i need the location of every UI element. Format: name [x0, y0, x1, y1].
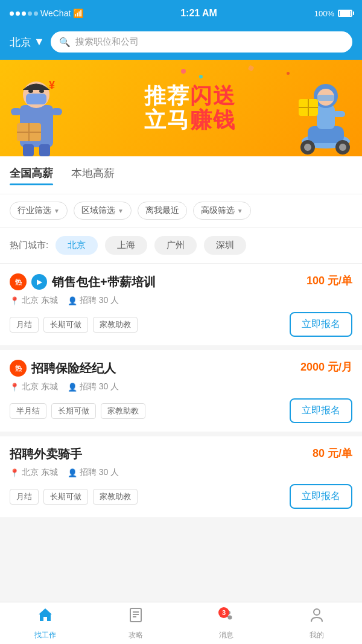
filter-region-arrow: ▼	[118, 208, 124, 214]
job-header-1: 热 ▶ 销售包住+带薪培训 100 元/单	[10, 273, 352, 290]
tag-2-2: 家教助教	[101, 403, 145, 419]
bottom-spacer	[0, 522, 362, 570]
job-location-text-1: 北京 东城	[22, 295, 58, 306]
city-section-label: 热门城市:	[10, 240, 48, 251]
tag-3-1: 长期可做	[43, 489, 88, 505]
city-beijing[interactable]: 北京	[56, 236, 98, 255]
nav-guide-label: 攻略	[129, 630, 143, 640]
location-icon-3: 📍	[10, 468, 19, 477]
job-recruit-text-1: 招聘 30 人	[80, 295, 119, 306]
apply-button-1[interactable]: 立即报名	[290, 312, 352, 337]
job-tags-1: 月结 长期可做 家教助教	[10, 317, 138, 333]
job-footer-3: 月结 长期可做 家教助教 立即报名	[10, 484, 352, 509]
tag-2-1: 长期可做	[51, 403, 96, 419]
job-footer-2: 半月结 长期可做 家教助教 立即报名	[10, 398, 352, 423]
filter-nearby[interactable]: 离我最近	[138, 202, 187, 220]
nav-find-job-label: 找工作	[34, 630, 56, 640]
bottom-nav: 找工作 攻略 3 消息	[0, 602, 362, 644]
message-badge: 3	[218, 607, 229, 618]
tag-3-0: 月结	[10, 489, 39, 505]
decor-dot-3	[248, 65, 255, 72]
svg-point-33	[228, 615, 232, 619]
job-card-1: 热 ▶ 销售包住+带薪培训 100 元/单 📍 北京 东城 👤 招聘 30 人 …	[0, 264, 362, 345]
filter-region[interactable]: 区域筛选 ▼	[74, 202, 132, 220]
decor-dot-2	[199, 75, 203, 78]
tag-1-0: 月结	[10, 317, 39, 333]
tag-3-2: 家教助教	[93, 489, 138, 505]
banner-highlight1: 闪送	[190, 83, 236, 108]
job-title-row-2: 热 招聘保险经纪人	[10, 360, 116, 377]
filter-region-label: 区域筛选	[81, 205, 115, 216]
job-meta-3: 📍 北京 东城 👤 招聘 30 人	[10, 467, 352, 478]
status-left: WeChat 📶	[10, 8, 83, 18]
city-shanghai[interactable]: 上海	[105, 236, 147, 255]
city-row: 热门城市: 北京 上海 广州 深圳	[0, 228, 362, 264]
job-location-3: 📍 北京 东城	[10, 467, 58, 478]
tag-1-2: 家教助教	[93, 317, 138, 333]
tag-1-1: 长期可做	[43, 317, 88, 333]
nav-guide[interactable]: 攻略	[91, 602, 181, 644]
city-guangzhou[interactable]: 广州	[154, 236, 197, 255]
city-shenzhen[interactable]: 深圳	[204, 236, 246, 255]
status-right: 100%	[314, 9, 352, 18]
search-bar[interactable]: 🔍 搜索职位和公司	[51, 31, 352, 53]
nav-message[interactable]: 3 消息	[181, 602, 272, 644]
dot-5	[34, 11, 38, 16]
search-placeholder: 搜索职位和公司	[75, 36, 139, 48]
filter-nearby-label: 离我最近	[145, 205, 179, 216]
decor-dot-4	[287, 72, 290, 75]
home-icon	[37, 607, 54, 628]
job-title-2: 招聘保险经纪人	[31, 360, 116, 377]
job-recruit-1: 👤 招聘 30 人	[68, 295, 119, 306]
svg-rect-8	[23, 144, 34, 156]
apply-button-2[interactable]: 立即报名	[290, 398, 352, 423]
wifi-icon: 📶	[73, 8, 83, 18]
nav-find-job[interactable]: 找工作	[0, 602, 91, 644]
job-salary-1: 100 元/单	[306, 273, 352, 288]
battery-fill	[340, 11, 351, 16]
job-card-3: 招聘外卖骑手 80 元/单 📍 北京 东城 👤 招聘 30 人 月结 长期可做 …	[0, 436, 362, 517]
filter-industry-label: 行业筛选	[17, 205, 51, 216]
battery-icon	[338, 10, 352, 17]
signal-dots	[10, 11, 38, 16]
guide-icon	[127, 607, 144, 628]
job-header-3: 招聘外卖骑手 80 元/单	[10, 446, 352, 462]
tab-national-high-pay[interactable]: 全国高薪	[10, 166, 53, 185]
tag-2-0: 半月结	[10, 403, 46, 419]
location-arrow-icon: ▼	[34, 36, 45, 48]
job-location-1: 📍 北京 东城	[10, 295, 58, 306]
filter-advanced-label: 高级筛选	[201, 205, 235, 216]
job-salary-2: 2000 元/月	[300, 360, 352, 374]
job-footer-1: 月结 长期可做 家教助教 立即报名	[10, 312, 352, 337]
dot-2	[16, 11, 20, 16]
job-location-text-3: 北京 东城	[22, 467, 58, 478]
nav-profile[interactable]: 我的	[272, 602, 362, 644]
profile-icon	[308, 607, 325, 628]
job-location-text-2: 北京 东城	[22, 381, 58, 392]
filter-advanced[interactable]: 高级筛选 ▼	[193, 202, 251, 220]
banner[interactable]: ¥ 推荐闪送 立马赚钱	[0, 60, 362, 156]
job-recruit-3: 👤 招聘 30 人	[68, 467, 119, 478]
nav-message-label: 消息	[219, 630, 233, 640]
dot-4	[28, 11, 32, 16]
dot-1	[10, 11, 14, 16]
job-header-2: 热 招聘保险经纪人 2000 元/月	[10, 360, 352, 377]
status-time: 1:21 AM	[180, 8, 217, 19]
filter-advanced-arrow: ▼	[237, 208, 243, 214]
tabs-row: 全国高薪 本地高薪	[10, 166, 352, 185]
job-recruit-text-3: 招聘 30 人	[80, 467, 119, 478]
tabs-section: 全国高薪 本地高薪	[0, 156, 362, 194]
svg-point-18	[339, 144, 346, 151]
job-card-2: 热 招聘保险经纪人 2000 元/月 📍 北京 东城 👤 招聘 30 人 半月结…	[0, 350, 362, 432]
job-location-2: 📍 北京 东城	[10, 381, 58, 392]
job-list: 热 ▶ 销售包住+带薪培训 100 元/单 📍 北京 东城 👤 招聘 30 人 …	[0, 264, 362, 517]
tab-local-high-pay[interactable]: 本地高薪	[71, 166, 115, 185]
filter-industry[interactable]: 行业筛选 ▼	[10, 202, 68, 220]
job-salary-3: 80 元/单	[313, 446, 352, 461]
carrier-label: WeChat	[40, 8, 71, 18]
apply-button-3[interactable]: 立即报名	[290, 484, 352, 509]
search-icon: 🔍	[59, 37, 71, 48]
header: 北京 ▼ 🔍 搜索职位和公司	[0, 27, 362, 60]
location-button[interactable]: 北京 ▼	[10, 35, 45, 49]
job-meta-2: 📍 北京 东城 👤 招聘 30 人	[10, 381, 352, 392]
